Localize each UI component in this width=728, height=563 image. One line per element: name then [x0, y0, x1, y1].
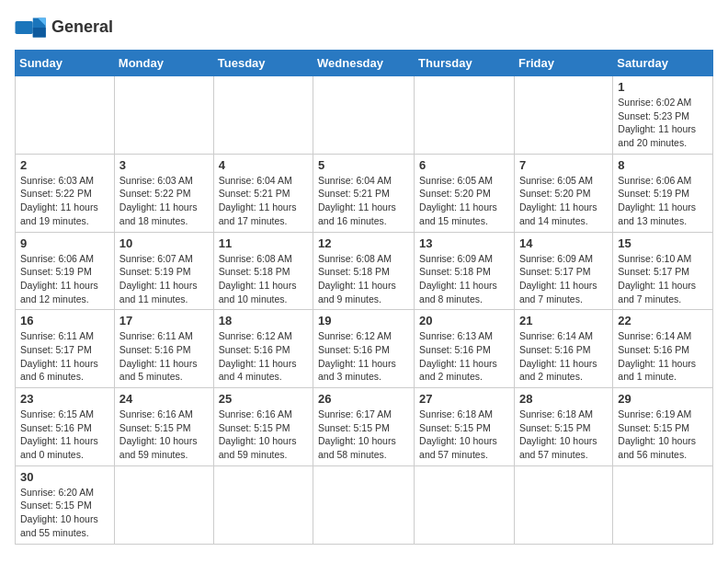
day-cell [514, 76, 612, 155]
day-cell: 3Sunrise: 6:03 AM Sunset: 5:22 PM Daylig… [114, 154, 213, 232]
day-info: Sunrise: 6:05 AM Sunset: 5:20 PM Dayligh… [519, 174, 608, 228]
day-info: Sunrise: 6:16 AM Sunset: 5:15 PM Dayligh… [119, 408, 209, 462]
weekday-header-row: SundayMondayTuesdayWednesdayThursdayFrid… [16, 51, 713, 76]
day-cell: 13Sunrise: 6:09 AM Sunset: 5:18 PM Dayli… [415, 232, 515, 310]
day-info: Sunrise: 6:13 AM Sunset: 5:16 PM Dayligh… [419, 329, 509, 384]
day-number: 26 [318, 392, 409, 406]
day-info: Sunrise: 6:12 AM Sunset: 5:16 PM Dayligh… [219, 329, 308, 384]
day-info: Sunrise: 6:12 AM Sunset: 5:16 PM Dayligh… [318, 329, 409, 384]
svg-rect-0 [16, 21, 33, 34]
day-cell: 30Sunrise: 6:20 AM Sunset: 5:15 PM Dayli… [16, 465, 115, 544]
weekday-header-saturday: Saturday [613, 51, 713, 76]
weekday-header-wednesday: Wednesday [313, 51, 415, 76]
page-container: General SundayMondayTuesdayWednesdayThur… [15, 15, 713, 545]
day-number: 1 [618, 80, 708, 94]
day-cell: 2Sunrise: 6:03 AM Sunset: 5:22 PM Daylig… [16, 154, 115, 232]
day-cell [16, 76, 115, 155]
day-number: 14 [519, 236, 608, 250]
day-info: Sunrise: 6:14 AM Sunset: 5:16 PM Dayligh… [519, 329, 608, 384]
day-number: 30 [20, 470, 109, 484]
day-info: Sunrise: 6:03 AM Sunset: 5:22 PM Dayligh… [20, 174, 109, 228]
logo-text-block: General [51, 18, 113, 37]
day-number: 19 [318, 314, 409, 327]
day-cell: 1Sunrise: 6:02 AM Sunset: 5:23 PM Daylig… [613, 76, 713, 155]
weekday-header-thursday: Thursday [415, 51, 515, 76]
day-info: Sunrise: 6:05 AM Sunset: 5:20 PM Dayligh… [419, 174, 509, 228]
day-cell: 28Sunrise: 6:18 AM Sunset: 5:15 PM Dayli… [514, 388, 612, 466]
day-number: 20 [419, 314, 509, 327]
day-info: Sunrise: 6:09 AM Sunset: 5:18 PM Dayligh… [419, 252, 509, 306]
header-area: General [15, 15, 713, 40]
day-info: Sunrise: 6:15 AM Sunset: 5:16 PM Dayligh… [20, 408, 109, 462]
day-cell: 26Sunrise: 6:17 AM Sunset: 5:15 PM Dayli… [313, 388, 415, 466]
weekday-header-friday: Friday [514, 51, 612, 76]
day-number: 28 [519, 392, 608, 406]
day-info: Sunrise: 6:17 AM Sunset: 5:15 PM Dayligh… [318, 408, 409, 462]
day-info: Sunrise: 6:18 AM Sunset: 5:15 PM Dayligh… [519, 408, 608, 462]
day-number: 2 [20, 158, 109, 172]
day-info: Sunrise: 6:08 AM Sunset: 5:18 PM Dayligh… [318, 252, 409, 306]
week-row-3: 16Sunrise: 6:11 AM Sunset: 5:17 PM Dayli… [16, 310, 713, 388]
day-cell: 20Sunrise: 6:13 AM Sunset: 5:16 PM Dayli… [415, 310, 515, 388]
day-cell [415, 465, 515, 544]
day-number: 11 [219, 236, 308, 250]
generalblue-logo-icon [15, 15, 48, 40]
week-row-1: 2Sunrise: 6:03 AM Sunset: 5:22 PM Daylig… [16, 154, 713, 232]
day-info: Sunrise: 6:02 AM Sunset: 5:23 PM Dayligh… [618, 96, 708, 150]
day-info: Sunrise: 6:04 AM Sunset: 5:21 PM Dayligh… [318, 174, 409, 228]
day-cell: 7Sunrise: 6:05 AM Sunset: 5:20 PM Daylig… [514, 154, 612, 232]
logo-text: General [51, 18, 113, 37]
day-number: 29 [618, 392, 708, 406]
day-cell: 6Sunrise: 6:05 AM Sunset: 5:20 PM Daylig… [415, 154, 515, 232]
day-info: Sunrise: 6:18 AM Sunset: 5:15 PM Dayligh… [419, 408, 509, 462]
day-info: Sunrise: 6:06 AM Sunset: 5:19 PM Dayligh… [20, 252, 109, 306]
day-cell: 9Sunrise: 6:06 AM Sunset: 5:19 PM Daylig… [16, 232, 115, 310]
day-cell: 4Sunrise: 6:04 AM Sunset: 5:21 PM Daylig… [213, 154, 313, 232]
day-info: Sunrise: 6:09 AM Sunset: 5:17 PM Dayligh… [519, 252, 608, 306]
weekday-header-monday: Monday [114, 51, 213, 76]
day-cell: 27Sunrise: 6:18 AM Sunset: 5:15 PM Dayli… [415, 388, 515, 466]
day-info: Sunrise: 6:16 AM Sunset: 5:15 PM Dayligh… [219, 408, 308, 462]
day-cell: 21Sunrise: 6:14 AM Sunset: 5:16 PM Dayli… [514, 310, 612, 388]
day-info: Sunrise: 6:11 AM Sunset: 5:17 PM Dayligh… [20, 329, 109, 384]
weekday-header-sunday: Sunday [16, 51, 115, 76]
day-number: 9 [20, 236, 109, 250]
day-cell [313, 76, 415, 155]
day-cell [213, 465, 313, 544]
day-number: 3 [119, 158, 209, 172]
day-cell [613, 465, 713, 544]
day-cell: 19Sunrise: 6:12 AM Sunset: 5:16 PM Dayli… [313, 310, 415, 388]
day-cell: 11Sunrise: 6:08 AM Sunset: 5:18 PM Dayli… [213, 232, 313, 310]
day-info: Sunrise: 6:08 AM Sunset: 5:18 PM Dayligh… [219, 252, 308, 306]
day-info: Sunrise: 6:04 AM Sunset: 5:21 PM Dayligh… [219, 174, 308, 228]
day-info: Sunrise: 6:14 AM Sunset: 5:16 PM Dayligh… [618, 329, 708, 384]
day-info: Sunrise: 6:07 AM Sunset: 5:19 PM Dayligh… [119, 252, 209, 306]
day-number: 25 [219, 392, 308, 406]
day-cell: 8Sunrise: 6:06 AM Sunset: 5:19 PM Daylig… [613, 154, 713, 232]
day-number: 13 [419, 236, 509, 250]
day-number: 27 [419, 392, 509, 406]
day-number: 22 [618, 314, 708, 327]
day-number: 23 [20, 392, 109, 406]
day-cell: 22Sunrise: 6:14 AM Sunset: 5:16 PM Dayli… [613, 310, 713, 388]
day-cell [313, 465, 415, 544]
day-number: 21 [519, 314, 608, 327]
day-cell: 14Sunrise: 6:09 AM Sunset: 5:17 PM Dayli… [514, 232, 612, 310]
day-cell [213, 76, 313, 155]
day-number: 7 [519, 158, 608, 172]
day-cell: 17Sunrise: 6:11 AM Sunset: 5:16 PM Dayli… [114, 310, 213, 388]
day-cell: 16Sunrise: 6:11 AM Sunset: 5:17 PM Dayli… [16, 310, 115, 388]
day-info: Sunrise: 6:06 AM Sunset: 5:19 PM Dayligh… [618, 174, 708, 228]
day-number: 10 [119, 236, 209, 250]
calendar-table: SundayMondayTuesdayWednesdayThursdayFrid… [15, 50, 713, 545]
day-number: 5 [318, 158, 409, 172]
day-cell: 18Sunrise: 6:12 AM Sunset: 5:16 PM Dayli… [213, 310, 313, 388]
day-info: Sunrise: 6:20 AM Sunset: 5:15 PM Dayligh… [20, 486, 109, 540]
day-number: 15 [618, 236, 708, 250]
day-number: 8 [618, 158, 708, 172]
svg-marker-3 [33, 28, 46, 38]
day-number: 4 [219, 158, 308, 172]
day-number: 24 [119, 392, 209, 406]
day-cell: 29Sunrise: 6:19 AM Sunset: 5:15 PM Dayli… [613, 388, 713, 466]
day-cell: 15Sunrise: 6:10 AM Sunset: 5:17 PM Dayli… [613, 232, 713, 310]
